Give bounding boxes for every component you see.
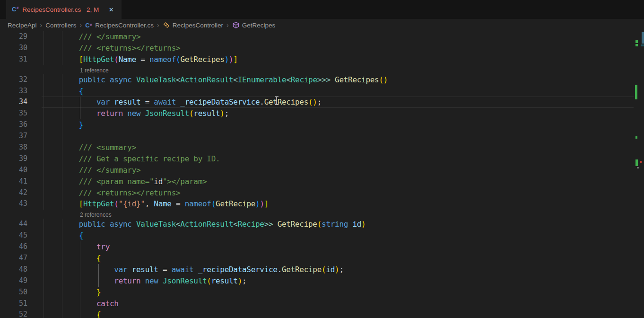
csharp-file-icon: C# <box>12 6 18 12</box>
line-number[interactable]: 33 <box>0 86 27 97</box>
code-rows: 29 /// </summary>30 /// <returns></retur… <box>0 31 644 318</box>
breadcrumb-item-method[interactable]: GetRecipes <box>232 21 276 29</box>
line-number[interactable]: 47 <box>0 253 27 264</box>
breadcrumb-item-folder[interactable]: Controllers <box>45 22 76 29</box>
line-number[interactable]: 49 <box>0 275 27 287</box>
line-number[interactable]: 46 <box>0 241 27 253</box>
line-number[interactable]: 42 <box>0 187 27 199</box>
scrollbar-slider[interactable] <box>642 32 644 44</box>
line-number[interactable]: 37 <box>0 131 27 142</box>
ruler-decoration <box>635 159 638 166</box>
code-line[interactable]: 31 [HttpGet(Name = nameof(GetRecipes))] <box>0 54 644 65</box>
tab-title: RecipesController.cs <box>22 6 81 13</box>
code-line[interactable]: 48 var result = await _recipeDataService… <box>0 264 644 275</box>
codelens-references[interactable]: 2 references <box>80 212 112 218</box>
line-number[interactable]: 44 <box>0 219 27 230</box>
ruler-decoration <box>635 40 638 43</box>
code-line[interactable]: 42 /// <returns></returns> <box>0 187 644 199</box>
line-number[interactable]: 35 <box>0 108 27 119</box>
line-number[interactable]: 29 <box>0 31 27 43</box>
code-line[interactable]: 29 /// </summary> <box>0 31 644 43</box>
ruler-decoration <box>635 85 637 99</box>
codelens-row: 1 reference <box>0 65 644 74</box>
chevron-right-icon: › <box>40 22 43 28</box>
code-line[interactable]: 30 /// <returns></returns> <box>0 43 644 54</box>
symbol-method-icon <box>232 21 240 29</box>
code-line[interactable]: 45 { <box>0 230 644 241</box>
code-line[interactable]: 33 { <box>0 86 644 97</box>
chevron-right-icon: › <box>80 22 82 28</box>
chevron-right-icon: › <box>157 22 159 28</box>
code-line[interactable]: 34 var result = await _recipeDataService… <box>0 97 644 108</box>
breadcrumb-item-class[interactable]: RecipesController <box>163 21 223 29</box>
ruler-decoration <box>635 44 638 46</box>
code-line[interactable]: 41 /// <param name="id"></param> <box>0 176 644 187</box>
ruler-decoration <box>637 167 639 168</box>
line-number[interactable]: 48 <box>0 264 27 275</box>
line-number[interactable]: 34 <box>0 97 27 108</box>
code-line[interactable]: 43 [HttpGet("{id}", Name = nameof(GetRec… <box>0 198 644 210</box>
ruler-decoration <box>641 44 644 46</box>
code-line[interactable]: 40 /// </summary> <box>0 165 644 176</box>
line-number[interactable]: 31 <box>0 54 27 65</box>
line-number[interactable]: 43 <box>0 198 27 210</box>
line-number[interactable]: 38 <box>0 142 27 153</box>
line-number[interactable]: 40 <box>0 165 27 176</box>
codelens-references[interactable]: 1 reference <box>80 67 109 74</box>
code-line[interactable]: 32 public async ValueTask<ActionResult<I… <box>0 74 644 86</box>
symbol-class-icon <box>163 21 170 29</box>
csharp-file-icon: C# <box>85 21 93 29</box>
breadcrumb: RecipeApi › Controllers › C# RecipesCont… <box>0 19 644 31</box>
overview-ruler <box>634 0 644 318</box>
line-number[interactable]: 32 <box>0 74 27 86</box>
code-editor[interactable]: 29 /// </summary>30 /// <returns></retur… <box>0 31 644 318</box>
code-line[interactable]: 52 { <box>0 309 644 318</box>
codelens-row: 2 references <box>0 210 644 219</box>
code-line[interactable]: 46 try <box>0 241 644 253</box>
code-line[interactable]: 37 <box>0 131 644 142</box>
breadcrumb-item-file[interactable]: C# RecipesController.cs <box>85 21 154 29</box>
tab-problems-modified-badge: 2, M <box>85 6 99 13</box>
code-line[interactable]: 36 } <box>0 119 644 131</box>
code-line[interactable]: 38 /// <summary> <box>0 142 644 153</box>
mouse-ibeam-cursor <box>274 96 279 107</box>
close-icon[interactable]: ✕ <box>106 5 116 14</box>
line-number[interactable]: 30 <box>0 43 27 54</box>
breadcrumb-item-project[interactable]: RecipeApi <box>8 22 37 29</box>
code-line[interactable]: 47 { <box>0 253 644 264</box>
line-number[interactable]: 50 <box>0 287 27 298</box>
code-line[interactable]: 44 public async ValueTask<ActionResult<R… <box>0 219 644 230</box>
code-line[interactable]: 51 catch <box>0 298 644 309</box>
line-number[interactable]: 41 <box>0 176 27 187</box>
line-number[interactable]: 39 <box>0 153 27 165</box>
code-line[interactable]: 50 } <box>0 287 644 298</box>
code-line[interactable]: 35 return new JsonResult(result); <box>0 108 644 119</box>
ruler-decoration <box>640 161 642 163</box>
line-number[interactable]: 45 <box>0 230 27 241</box>
code-line[interactable]: 39 /// Get a specific recipe by ID. <box>0 153 644 165</box>
line-number[interactable]: 52 <box>0 309 27 318</box>
line-number[interactable]: 36 <box>0 119 27 131</box>
tab-recipescontroller[interactable]: C# RecipesController.cs 2, M ✕ <box>6 0 122 19</box>
tab-bar: C# RecipesController.cs 2, M ✕ <box>0 0 644 19</box>
line-number[interactable]: 51 <box>0 298 27 309</box>
ruler-decoration <box>635 136 637 139</box>
code-line[interactable]: 49 return new JsonResult(result); <box>0 275 644 287</box>
chevron-right-icon: › <box>226 22 229 28</box>
